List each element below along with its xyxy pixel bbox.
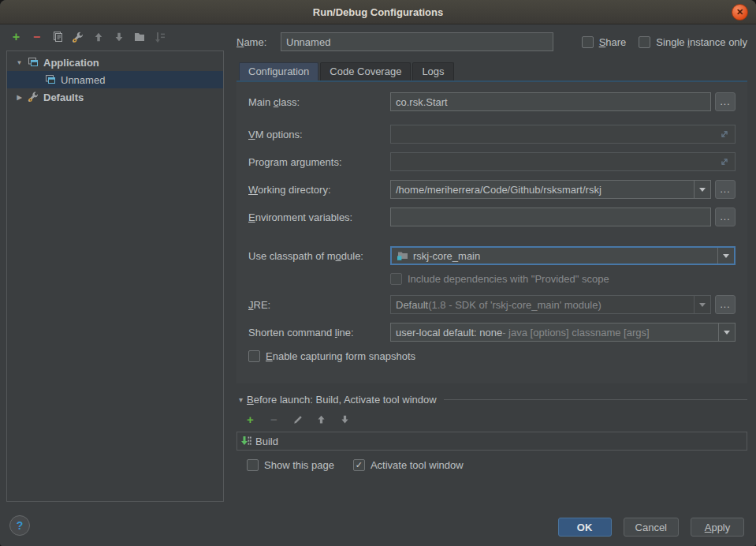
include-provided-checkbox-box[interactable]: [390, 273, 402, 285]
include-provided-checkbox[interactable]: Include dependencies with "Provided" sco…: [390, 273, 609, 285]
close-button[interactable]: ✕: [732, 4, 748, 21]
activate-tool-window-checkbox[interactable]: ✓ Activate tool window: [353, 459, 464, 471]
main-class-label: Main class:: [248, 96, 390, 108]
task-item-build[interactable]: Build: [255, 436, 278, 447]
module-dropdown-button[interactable]: [717, 248, 734, 264]
working-directory-browse-button[interactable]: ...: [715, 180, 736, 199]
cancel-button[interactable]: Cancel: [624, 518, 679, 537]
move-down-button[interactable]: [112, 31, 125, 44]
shorten-value-detail: - java [options] classname [args]: [502, 327, 649, 338]
name-input[interactable]: [286, 36, 548, 48]
share-label: Share: [599, 36, 627, 48]
capture-snapshots-checkbox[interactable]: Enable capturing form snapshots: [248, 350, 415, 362]
share-checkbox-box[interactable]: [582, 36, 594, 48]
main-class-browse-button[interactable]: ...: [715, 92, 736, 111]
remove-configuration-button[interactable]: −: [30, 31, 43, 44]
edit-task-button[interactable]: [291, 413, 304, 426]
program-arguments-label: Program arguments:: [248, 156, 390, 168]
move-up-button[interactable]: [91, 31, 105, 44]
application-icon: [27, 56, 39, 69]
before-launch-task-list: Build: [236, 432, 747, 451]
tree-item-label: Unnamed: [61, 74, 105, 86]
show-this-page-label: Show this page: [264, 459, 334, 471]
shorten-value-wrap: user-local default: none - java [options…: [391, 323, 718, 341]
vm-options-field-wrap: [390, 125, 736, 144]
expand-editor-icon[interactable]: [719, 129, 730, 140]
tree-collapsed-icon[interactable]: ▶: [14, 94, 24, 101]
ellipsis-icon: ...: [720, 98, 730, 106]
arrow-down-icon: [114, 32, 125, 43]
titlebar[interactable]: Run/Debug Configurations ✕: [0, 0, 756, 24]
add-configuration-button[interactable]: +: [9, 31, 23, 44]
chevron-down-icon: [699, 188, 706, 195]
application-icon: [44, 73, 57, 86]
tab-logs[interactable]: Logs: [412, 62, 453, 80]
wrench-icon: [71, 31, 84, 44]
help-button[interactable]: ?: [9, 515, 30, 536]
move-task-down-button[interactable]: [338, 413, 352, 426]
program-arguments-input[interactable]: [396, 156, 716, 168]
jre-row: JRE: Default (1.8 - SDK of 'rskj-core_ma…: [248, 295, 736, 314]
tab-code-coverage[interactable]: Code Coverage: [320, 62, 411, 80]
apply-button[interactable]: Apply: [691, 518, 744, 537]
add-task-button[interactable]: +: [244, 413, 257, 426]
share-checkbox[interactable]: Share: [582, 36, 627, 48]
module-combo[interactable]: rskj-core_main: [390, 246, 736, 265]
shorten-command-line-row: Shorten command line: user-local default…: [248, 323, 736, 342]
activate-tool-window-label: Activate tool window: [371, 459, 464, 471]
expand-editor-icon[interactable]: [719, 156, 730, 167]
module-value: rskj-core_main: [413, 250, 480, 262]
sort-configurations-button[interactable]: [153, 31, 166, 44]
name-field-wrap: [281, 32, 553, 51]
tree-item-defaults[interactable]: ▶ Defaults: [7, 88, 223, 106]
shorten-dropdown-button[interactable]: [718, 323, 735, 341]
ok-button[interactable]: OK: [558, 518, 612, 537]
show-this-page-checkbox-box[interactable]: [247, 459, 259, 471]
chevron-down-icon: [723, 254, 729, 261]
main-class-input[interactable]: [396, 96, 706, 108]
before-launch-label[interactable]: Before launch: Build, Activate tool wind…: [247, 394, 437, 406]
use-classpath-label: Use classpath of module:: [248, 250, 390, 262]
configurations-toolbar: + −: [9, 30, 166, 44]
collapse-section-icon[interactable]: ▾: [239, 395, 243, 404]
environment-variables-browse-button[interactable]: ...: [715, 208, 736, 226]
remove-task-button[interactable]: −: [267, 413, 281, 426]
vm-options-input[interactable]: [396, 129, 716, 140]
environment-variables-input[interactable]: [396, 211, 706, 223]
jre-value-detail: (1.8 - SDK of 'rskj-core_main' module): [428, 299, 601, 311]
single-instance-checkbox-box[interactable]: [639, 36, 650, 48]
tree-expanded-icon[interactable]: ▼: [14, 59, 24, 66]
name-label: Name:: [236, 36, 281, 48]
tree-item-application[interactable]: ▼ Application: [7, 54, 223, 71]
dialog-buttons: OK Cancel Apply: [558, 518, 744, 537]
pencil-icon: [292, 414, 304, 425]
copy-configuration-button[interactable]: [50, 31, 64, 44]
working-directory-row: Working directory: ...: [248, 180, 736, 199]
include-provided-label: Include dependencies with "Provided" sco…: [408, 273, 609, 285]
main-class-row: Main class: ...: [248, 92, 736, 111]
capture-snapshots-checkbox-box[interactable]: [248, 350, 260, 362]
plus-icon: +: [13, 30, 20, 44]
working-directory-combo: [390, 180, 711, 199]
configuration-tab-panel: Main class: ... VM options: Program argu…: [236, 80, 747, 383]
edit-defaults-button[interactable]: [71, 31, 84, 44]
single-instance-checkbox[interactable]: Single instance only: [639, 36, 747, 48]
use-classpath-row: Use classpath of module: rskj-core_main: [248, 246, 736, 265]
tree-item-unnamed[interactable]: Unnamed: [7, 71, 223, 88]
move-task-up-button[interactable]: [315, 413, 328, 426]
environment-variables-field-wrap: [390, 208, 711, 226]
tab-configuration[interactable]: Configuration: [239, 62, 318, 80]
create-folder-button[interactable]: [132, 31, 146, 44]
working-directory-dropdown-button[interactable]: [694, 181, 710, 198]
show-this-page-checkbox[interactable]: Show this page: [247, 459, 334, 471]
shorten-command-line-combo[interactable]: user-local default: none - java [options…: [390, 323, 736, 342]
jre-combo[interactable]: Default (1.8 - SDK of 'rskj-core_main' m…: [390, 295, 711, 314]
help-icon: ?: [17, 519, 24, 532]
working-directory-input[interactable]: [396, 184, 689, 196]
activate-tool-window-checkbox-box[interactable]: ✓: [353, 459, 365, 471]
jre-browse-button[interactable]: ...: [715, 295, 736, 314]
program-arguments-field-wrap: [390, 152, 736, 171]
run-debug-configurations-dialog: Run/Debug Configurations ✕ + − ▼ Applica…: [0, 0, 756, 546]
module-value-wrap: rskj-core_main: [392, 248, 717, 264]
jre-dropdown-button[interactable]: [694, 296, 710, 313]
